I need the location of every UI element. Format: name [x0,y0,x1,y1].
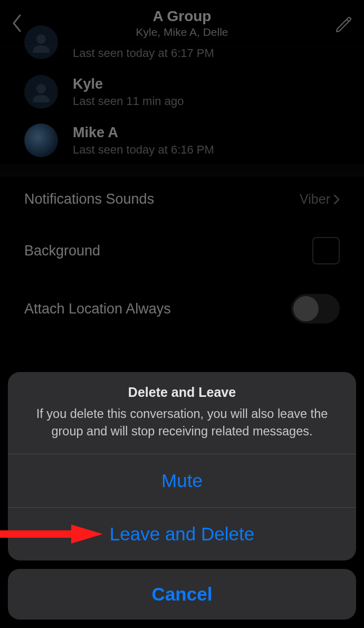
member-status: Last seen today at 6:16 PM [73,143,214,157]
member-name: Mike A [73,125,214,141]
leave-and-delete-button[interactable]: Leave and Delete [8,508,356,560]
toggle-knob [293,296,319,321]
action-sheet: Delete and Leave If you delete this conv… [8,372,356,560]
group-title: A Group [136,8,228,25]
member-status: Last seen today at 6:17 PM [73,46,214,60]
person-icon [31,81,52,102]
avatar [24,75,58,109]
group-header: A Group Kyle, Mike A, Delle [0,0,364,46]
cancel-button[interactable]: Cancel [8,569,356,620]
action-sheet-title: Delete and Leave [22,385,342,400]
setting-label: Attach Location Always [24,301,171,317]
action-sheet-message: If you delete this conversation, you wil… [22,405,342,440]
member-row[interactable]: Kyle Last seen 11 min ago [0,68,364,116]
action-sheet-header: Delete and Leave If you delete this conv… [8,372,356,454]
pencil-icon [334,14,352,32]
mute-button[interactable]: Mute [8,454,356,508]
background-row[interactable]: Background [0,222,364,279]
member-row[interactable]: Last seen today at 6:17 PM [0,46,364,68]
action-sheet-container: Delete and Leave If you delete this conv… [0,372,364,628]
members-list: Last seen today at 6:17 PM Kyle Last see… [0,46,364,165]
notification-sounds-row[interactable]: Notifications Sounds Viber [0,176,364,222]
setting-value: Viber [300,192,340,207]
chevron-right-icon [333,194,340,205]
notification-sounds-value: Viber [300,192,330,207]
avatar [24,123,58,157]
attach-location-toggle[interactable] [291,294,340,323]
settings-list: Notifications Sounds Viber Background At… [0,176,364,338]
setting-label: Notifications Sounds [24,191,154,207]
member-name: Kyle [73,76,184,92]
background-swatch [312,237,340,264]
setting-label: Background [24,243,100,259]
member-row[interactable]: Mike A Last seen today at 6:16 PM [0,116,364,165]
section-divider [0,165,364,176]
chevron-left-icon [12,14,22,32]
group-members-summary: Kyle, Mike A, Delle [136,26,228,39]
attach-location-row[interactable]: Attach Location Always [0,279,364,338]
edit-button[interactable] [332,13,353,34]
svg-point-1 [36,84,46,93]
back-button[interactable] [6,13,27,34]
member-status: Last seen 11 min ago [73,94,184,108]
